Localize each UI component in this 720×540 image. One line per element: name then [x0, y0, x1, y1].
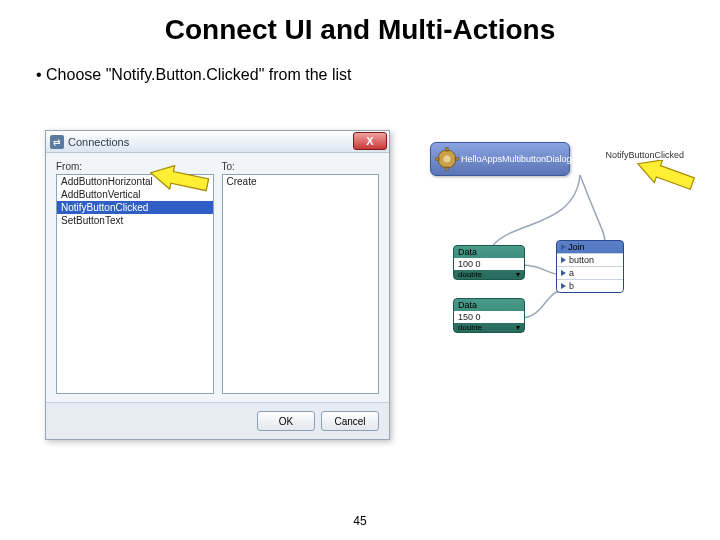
join-node-header: Join: [568, 242, 585, 252]
dialog-title: Connections: [68, 136, 129, 148]
connections-dialog: ⇄ Connections X From: AddButtonHorizonta…: [45, 130, 390, 440]
callout-arrow-right: [636, 160, 696, 198]
input-port-icon[interactable]: [561, 270, 566, 276]
dialog-footer: OK Cancel: [46, 402, 389, 439]
list-item[interactable]: Create: [223, 175, 379, 188]
svg-marker-7: [636, 160, 696, 195]
to-label: To:: [222, 161, 380, 172]
svg-rect-5: [435, 158, 439, 160]
slide-title: Connect UI and Multi-Actions: [0, 0, 720, 46]
data-node-2[interactable]: Data 150 0 double▾: [453, 298, 525, 333]
svg-marker-0: [150, 165, 210, 197]
ok-button[interactable]: OK: [257, 411, 315, 431]
input-port-icon[interactable]: [561, 283, 566, 289]
data-node-value[interactable]: 100 0: [454, 258, 524, 270]
chevron-down-icon[interactable]: ▾: [516, 323, 520, 332]
data-node-1[interactable]: Data 100 0 double▾: [453, 245, 525, 280]
data-node-header: Data: [454, 299, 524, 311]
dialog-body: From: AddButtonHorizontal AddButtonVerti…: [46, 153, 389, 402]
svg-rect-4: [446, 167, 448, 171]
hello-node-label: HelloAppsMultibuttonDialog: [461, 154, 572, 164]
dialog-icon: ⇄: [50, 135, 64, 149]
data-node-value[interactable]: 150 0: [454, 311, 524, 323]
event-output-label: NotifyButtonClicked: [605, 150, 684, 160]
join-row-label: a: [569, 268, 574, 278]
svg-rect-3: [446, 147, 448, 151]
input-port-icon: [561, 244, 566, 250]
svg-point-2: [444, 156, 451, 163]
close-button[interactable]: X: [353, 132, 387, 150]
data-node-type: double: [458, 270, 482, 279]
close-icon: X: [366, 135, 373, 147]
join-node[interactable]: Join button a b: [556, 240, 624, 293]
input-port-icon[interactable]: [561, 257, 566, 263]
join-row-label: button: [569, 255, 594, 265]
join-row-label: b: [569, 281, 574, 291]
svg-rect-6: [455, 158, 459, 160]
callout-arrow-left: [150, 165, 210, 203]
gear-icon: [435, 147, 459, 171]
hello-dialog-node[interactable]: HelloAppsMultibuttonDialog: [430, 142, 570, 176]
chevron-down-icon[interactable]: ▾: [516, 270, 520, 279]
data-node-type: double: [458, 323, 482, 332]
to-listbox[interactable]: Create: [222, 174, 380, 394]
from-listbox[interactable]: AddButtonHorizontal AddButtonVertical No…: [56, 174, 214, 394]
dialog-titlebar[interactable]: ⇄ Connections X: [46, 131, 389, 153]
cancel-button[interactable]: Cancel: [321, 411, 379, 431]
data-node-header: Data: [454, 246, 524, 258]
list-item[interactable]: SetButtonText: [57, 214, 213, 227]
content-stage: ⇄ Connections X From: AddButtonHorizonta…: [45, 130, 700, 500]
instruction-bullet: Choose "Notify.Button.Clicked" from the …: [0, 46, 720, 84]
page-number: 45: [0, 514, 720, 528]
